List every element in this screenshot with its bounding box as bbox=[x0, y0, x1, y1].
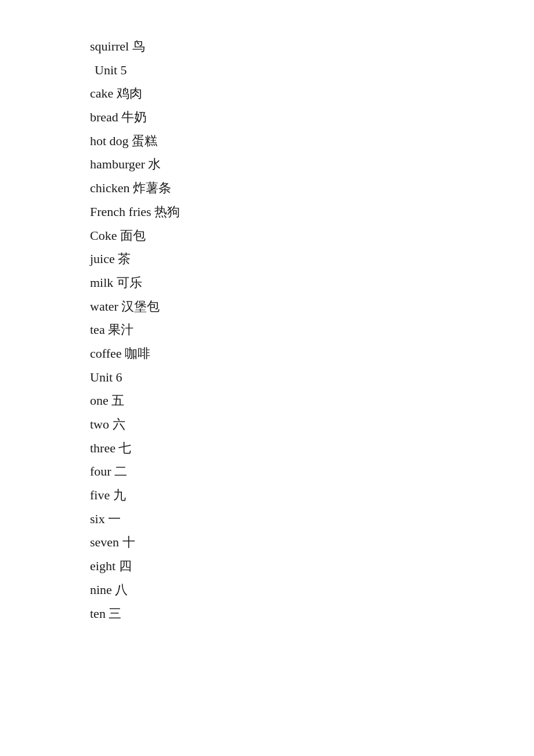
vocab-item-juice: juice 茶 bbox=[90, 247, 534, 271]
english-word-four: four bbox=[90, 464, 111, 478]
vocab-item-squirrel: squirrel 鸟 bbox=[90, 35, 534, 59]
chinese-word-water: 汉堡包 bbox=[121, 299, 160, 314]
vocab-item-milk: milk 可乐 bbox=[90, 271, 534, 295]
vocab-item-five: five 九 bbox=[90, 484, 534, 507]
chinese-word-seven: 十 bbox=[122, 535, 135, 549]
vocab-item-french-fries: French fries 热狗 bbox=[90, 200, 534, 224]
chinese-word-milk: 可乐 bbox=[117, 275, 142, 290]
vocab-item-hamburger: hamburger 水 bbox=[90, 153, 534, 177]
vocab-item-three: three 七 bbox=[90, 437, 534, 460]
vocab-item-coke: Coke 面包 bbox=[90, 224, 534, 248]
english-word-ten: ten bbox=[90, 606, 106, 621]
english-word-tea: tea bbox=[90, 322, 105, 337]
chinese-word-cake: 鸡肉 bbox=[117, 86, 142, 100]
chinese-word-five: 九 bbox=[113, 488, 126, 502]
english-word-juice: juice bbox=[90, 251, 115, 266]
english-word-seven: seven bbox=[90, 535, 119, 549]
english-word-two: two bbox=[90, 417, 109, 431]
chinese-word-tea: 果汁 bbox=[108, 322, 134, 337]
header-label-unit6-header: Unit 6 bbox=[90, 370, 122, 384]
english-word-squirrel: squirrel bbox=[90, 39, 129, 53]
chinese-word-coke: 面包 bbox=[120, 228, 146, 243]
vocab-item-eight: eight 四 bbox=[90, 555, 534, 578]
chinese-word-hot-dog: 蛋糕 bbox=[132, 134, 157, 148]
vocab-item-ten: ten 三 bbox=[90, 602, 534, 626]
vocab-item-six: six 一 bbox=[90, 507, 534, 531]
english-word-coffee: coffee bbox=[90, 346, 122, 361]
english-word-water: water bbox=[90, 299, 118, 314]
chinese-word-hamburger: 水 bbox=[148, 157, 161, 171]
vocab-item-unit5-header: Unit 5 bbox=[90, 59, 534, 82]
header-label-unit5-header: Unit 5 bbox=[95, 63, 127, 77]
english-word-one: one bbox=[90, 393, 109, 408]
english-word-nine: nine bbox=[90, 582, 112, 597]
chinese-word-two: 六 bbox=[113, 417, 125, 431]
vocab-item-tea: tea 果汁 bbox=[90, 318, 534, 342]
chinese-word-ten: 三 bbox=[109, 606, 121, 621]
vocab-item-unit6-header: Unit 6 bbox=[90, 366, 534, 390]
vocab-item-coffee: coffee 咖啡 bbox=[90, 342, 534, 366]
vocab-item-one: one 五 bbox=[90, 389, 534, 413]
chinese-word-nine: 八 bbox=[115, 582, 128, 597]
vocab-item-nine: nine 八 bbox=[90, 578, 534, 602]
english-word-hamburger: hamburger bbox=[90, 157, 145, 171]
chinese-word-squirrel: 鸟 bbox=[132, 39, 145, 53]
english-word-cake: cake bbox=[90, 86, 113, 100]
english-word-milk: milk bbox=[90, 275, 113, 290]
english-word-hot-dog: hot dog bbox=[90, 134, 129, 148]
vocab-item-water: water 汉堡包 bbox=[90, 295, 534, 319]
vocab-item-hot-dog: hot dog 蛋糕 bbox=[90, 129, 534, 153]
english-word-five: five bbox=[90, 488, 110, 502]
english-word-french-fries: French fries bbox=[90, 204, 151, 219]
chinese-word-three: 七 bbox=[118, 441, 131, 455]
english-word-six: six bbox=[90, 512, 105, 526]
chinese-word-six: 一 bbox=[108, 512, 121, 526]
chinese-word-eight: 四 bbox=[119, 559, 132, 573]
english-word-bread: bread bbox=[90, 110, 118, 124]
chinese-word-coffee: 咖啡 bbox=[125, 346, 150, 361]
english-word-eight: eight bbox=[90, 559, 116, 573]
chinese-word-bread: 牛奶 bbox=[121, 110, 147, 124]
vocab-item-seven: seven 十 bbox=[90, 531, 534, 555]
english-word-three: three bbox=[90, 441, 116, 455]
english-word-coke: Coke bbox=[90, 228, 117, 243]
chinese-word-one: 五 bbox=[111, 393, 124, 408]
chinese-word-juice: 茶 bbox=[118, 251, 131, 266]
english-word-chicken: chicken bbox=[90, 181, 129, 195]
vocab-item-four: four 二 bbox=[90, 460, 534, 484]
vocab-item-bread: bread 牛奶 bbox=[90, 106, 534, 129]
chinese-word-chicken: 炸薯条 bbox=[133, 181, 171, 195]
content-area: squirrel 鸟Unit 5cake 鸡肉bread 牛奶hot dog 蛋… bbox=[0, 0, 534, 660]
vocab-item-two: two 六 bbox=[90, 413, 534, 437]
chinese-word-french-fries: 热狗 bbox=[154, 204, 180, 219]
vocab-item-cake: cake 鸡肉 bbox=[90, 82, 534, 106]
vocab-item-chicken: chicken 炸薯条 bbox=[90, 177, 534, 200]
chinese-word-four: 二 bbox=[114, 464, 127, 478]
